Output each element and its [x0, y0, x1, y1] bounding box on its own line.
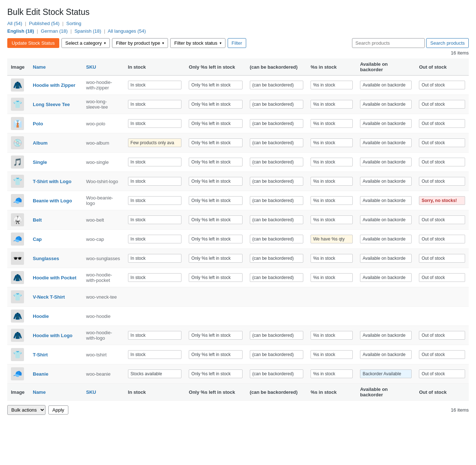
in-stock-cell[interactable]: In stock — [124, 76, 185, 95]
out-of-stock-cell[interactable]: Out of stock — [415, 153, 469, 172]
pct-in-stock-cell[interactable]: %s in stock — [307, 210, 356, 230]
only-pct-cell[interactable]: Only %s left in stock — [185, 191, 246, 210]
pct-in-stock-cell[interactable]: %s in stock — [307, 114, 356, 133]
pct-in-stock-cell[interactable]: %s in stock — [307, 345, 356, 364]
select-category-dropdown[interactable]: Select a category ▾ — [61, 38, 110, 48]
german-lang[interactable]: German (18) — [41, 28, 68, 34]
only-pct-cell[interactable]: Only %s left in stock — [185, 249, 246, 268]
can-backorder-cell[interactable]: (can be backordered) — [246, 364, 307, 384]
only-pct-cell[interactable]: Only %s left in stock — [185, 153, 246, 172]
out-of-stock-cell[interactable]: Out of stock — [415, 114, 469, 133]
only-pct-cell[interactable]: Only %s left in stock — [185, 95, 246, 114]
can-backorder-cell[interactable]: (can be backordered) — [246, 95, 307, 114]
product-name[interactable]: Beanie — [29, 364, 83, 384]
search-input[interactable] — [352, 38, 425, 48]
in-stock-cell[interactable]: In stock — [124, 249, 185, 268]
available-on-backorder-cell[interactable]: Available on backorde — [356, 210, 415, 230]
pct-in-stock-cell[interactable]: %s in stock — [307, 268, 356, 287]
pct-in-stock-cell[interactable]: %s in stock — [307, 153, 356, 172]
only-pct-cell[interactable]: Only %s left in stock — [185, 345, 246, 364]
can-backorder-cell[interactable]: (can be backordered) — [246, 345, 307, 364]
update-stock-status-button[interactable]: Update Stock Status — [7, 38, 59, 48]
pct-in-stock-cell[interactable]: %s in stock — [307, 326, 356, 345]
can-backorder-cell[interactable]: (can be backordered) — [246, 133, 307, 153]
pct-in-stock-cell[interactable]: %s in stock — [307, 364, 356, 384]
all-languages-lang[interactable]: All languages (54) — [108, 28, 146, 34]
in-stock-cell[interactable]: In stock — [124, 345, 185, 364]
product-name[interactable]: Sunglasses — [29, 249, 83, 268]
in-stock-cell[interactable]: Few products only ava — [124, 133, 185, 153]
only-pct-cell[interactable]: Only %s left in stock — [185, 268, 246, 287]
pct-in-stock-cell[interactable]: %s in stock — [307, 133, 356, 153]
product-name[interactable]: Hoodie — [29, 307, 83, 326]
pct-in-stock-cell[interactable]: %s in stock — [307, 95, 356, 114]
only-pct-cell[interactable]: Only %s left in stock — [185, 172, 246, 191]
english-lang[interactable]: English (18) — [7, 28, 34, 34]
product-name[interactable]: Single — [29, 153, 83, 172]
only-pct-cell[interactable]: Only %s left in stock — [185, 364, 246, 384]
only-pct-cell[interactable]: Only %s left in stock — [185, 114, 246, 133]
available-on-backorder-cell[interactable]: Available on backorde — [356, 345, 415, 364]
published-link[interactable]: Published (54) — [29, 21, 60, 26]
available-on-backorder-cell[interactable]: Available on backorde — [356, 95, 415, 114]
available-on-backorder-cell[interactable]: Available on backorde — [356, 249, 415, 268]
filter-product-type-dropdown[interactable]: Filter by product type ▾ — [112, 38, 168, 48]
product-name[interactable]: T-Shirt with Logo — [29, 172, 83, 191]
pct-in-stock-cell[interactable]: We have %s qty — [307, 230, 356, 249]
in-stock-cell[interactable]: In stock — [124, 153, 185, 172]
out-of-stock-cell[interactable]: Out of stock — [415, 345, 469, 364]
can-backorder-cell[interactable]: (can be backordered) — [246, 268, 307, 287]
product-name[interactable]: T-Shirt — [29, 345, 83, 364]
product-name[interactable]: Hoodie with Zipper — [29, 76, 83, 95]
filter-stock-status-dropdown[interactable]: Filter by stock status ▾ — [170, 38, 225, 48]
out-of-stock-cell[interactable]: Out of stock — [415, 76, 469, 95]
product-name[interactable]: Belt — [29, 210, 83, 230]
spanish-lang[interactable]: Spanish (18) — [75, 28, 101, 34]
can-backorder-cell[interactable]: (can be backordered) — [246, 230, 307, 249]
apply-button[interactable]: Apply — [48, 405, 68, 415]
pct-in-stock-cell[interactable]: %s in stock — [307, 191, 356, 210]
available-on-backorder-cell[interactable]: Available on backorde — [356, 133, 415, 153]
only-pct-cell[interactable]: Only %s left in stock — [185, 326, 246, 345]
pct-in-stock-cell[interactable]: %s in stock — [307, 76, 356, 95]
out-of-stock-cell[interactable]: Out of stock — [415, 364, 469, 384]
can-backorder-cell[interactable]: (can be backordered) — [246, 210, 307, 230]
product-name[interactable]: Album — [29, 133, 83, 153]
bulk-actions-select[interactable]: Bulk actions — [7, 405, 45, 415]
available-on-backorder-cell[interactable]: Backorder Available — [356, 364, 415, 384]
can-backorder-cell[interactable]: (can be backordered) — [246, 153, 307, 172]
only-pct-cell[interactable]: Only %s left in stock — [185, 230, 246, 249]
product-name[interactable]: Beanie with Logo — [29, 191, 83, 210]
out-of-stock-cell[interactable]: Out of stock — [415, 172, 469, 191]
only-pct-cell[interactable]: Only %s left in stock — [185, 133, 246, 153]
out-of-stock-cell[interactable]: Sorry, no stocks! — [415, 191, 469, 210]
out-of-stock-cell[interactable]: Out of stock — [415, 95, 469, 114]
out-of-stock-cell[interactable]: Out of stock — [415, 268, 469, 287]
out-of-stock-cell[interactable]: Out of stock — [415, 230, 469, 249]
all-link[interactable]: All (54) — [7, 21, 22, 26]
in-stock-cell[interactable]: In stock — [124, 114, 185, 133]
product-name[interactable]: Hoodie with Logo — [29, 326, 83, 345]
out-of-stock-cell[interactable]: Out of stock — [415, 326, 469, 345]
product-name[interactable]: Cap — [29, 230, 83, 249]
available-on-backorder-cell[interactable]: Available on backorde — [356, 268, 415, 287]
in-stock-cell[interactable]: In stock — [124, 268, 185, 287]
can-backorder-cell[interactable]: (can be backordered) — [246, 326, 307, 345]
product-name[interactable]: Hoodie with Pocket — [29, 268, 83, 287]
filter-button[interactable]: Filter — [228, 38, 246, 48]
search-products-button[interactable]: Search products — [426, 38, 469, 48]
product-name[interactable]: Long Sleeve Tee — [29, 95, 83, 114]
out-of-stock-cell[interactable]: Out of stock — [415, 133, 469, 153]
available-on-backorder-cell[interactable]: Available on backorde — [356, 114, 415, 133]
only-pct-cell[interactable]: Only %s left in stock — [185, 76, 246, 95]
available-on-backorder-cell[interactable]: Available on backorde — [356, 76, 415, 95]
out-of-stock-cell[interactable]: Out of stock — [415, 249, 469, 268]
in-stock-cell[interactable]: In stock — [124, 172, 185, 191]
in-stock-cell[interactable]: In stock — [124, 210, 185, 230]
in-stock-cell[interactable]: Stocks available — [124, 364, 185, 384]
can-backorder-cell[interactable]: (can be backordered) — [246, 191, 307, 210]
can-backorder-cell[interactable]: (can be backordered) — [246, 249, 307, 268]
can-backorder-cell[interactable]: (can be backordered) — [246, 114, 307, 133]
available-on-backorder-cell[interactable]: Available on backorde — [356, 191, 415, 210]
pct-in-stock-cell[interactable]: %s in stock — [307, 249, 356, 268]
